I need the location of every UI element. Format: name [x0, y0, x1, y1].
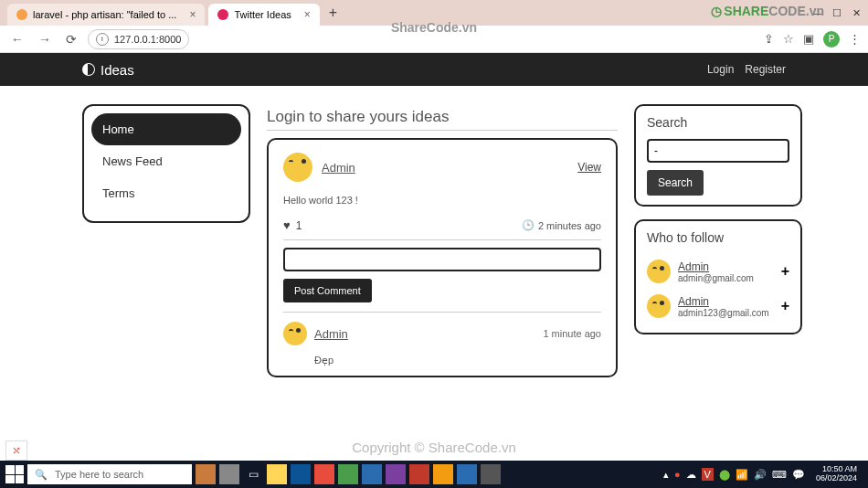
post-meta: ♥ 1 🕒 2 minutes ago	[283, 218, 601, 240]
tray-icon[interactable]: ●	[674, 469, 681, 480]
search-title: Search	[647, 115, 789, 130]
taskbar-search[interactable]: 🔍 Type here to search	[27, 464, 192, 484]
watermark-logo: ◷ SHARECODE.vn	[711, 4, 824, 18]
browser-toolbar: ← → ⟳ i 127.0.0.1:8000 ⇪ ☆ ▣ P ⋮	[0, 26, 868, 53]
comment-input[interactable]	[283, 248, 601, 271]
tray-icon[interactable]: ▴	[663, 469, 669, 481]
info-icon: i	[96, 33, 109, 46]
post-card: Admin View Hello world 123 ! ♥ 1 🕒 2 min…	[267, 138, 618, 377]
new-tab-button[interactable]: +	[329, 5, 337, 21]
back-button[interactable]: ←	[7, 30, 27, 48]
taskbar-app-icon[interactable]	[409, 464, 429, 484]
post-content: Hello world 123 !	[283, 195, 601, 206]
sidebar: Home News Feed Terms	[82, 104, 250, 223]
avatar	[647, 294, 671, 318]
brand[interactable]: Ideas	[82, 62, 134, 78]
brand-icon	[82, 63, 95, 76]
avatar	[283, 322, 307, 345]
tab-title: laravel - php artisan: "failed to ...	[33, 9, 176, 20]
watermark-logo-grey: CODE.vn	[768, 4, 824, 18]
taskbar-app-icon[interactable]	[362, 464, 382, 484]
page-body: Home News Feed Terms Login to share your…	[0, 86, 868, 396]
watermark-bottom: Copyright © ShareCode.vn	[352, 440, 515, 455]
view-link[interactable]: View	[577, 161, 601, 174]
main-column: Login to share yours ideas Admin View He…	[267, 104, 618, 377]
system-tray: ▴ ● ☁ V ⬤ 📶 🔊 ⌨ 💬 10:50 AM 06/02/2024	[663, 465, 863, 483]
sidebar-item-terms[interactable]: Terms	[91, 177, 241, 209]
register-link[interactable]: Register	[745, 63, 786, 76]
heart-icon[interactable]: ♥	[283, 218, 291, 232]
post-timestamp: 2 minutes ago	[538, 220, 601, 231]
follow-add-button[interactable]: +	[781, 263, 789, 280]
tab-favicon	[16, 9, 27, 20]
post-comment-button[interactable]: Post Comment	[283, 279, 372, 302]
notifications-icon[interactable]: 💬	[792, 469, 805, 481]
avatar	[283, 153, 312, 182]
taskbar: 🔍 Type here to search ▭ ▴ ● ☁ V ⬤ 📶 🔊 ⌨ …	[0, 461, 868, 488]
search-button[interactable]: Search	[647, 170, 704, 196]
tab-title: Twitter Ideas	[234, 9, 291, 20]
tray-icon[interactable]: ⬤	[719, 469, 730, 481]
search-widget: Search Search	[634, 104, 802, 207]
comment-timestamp: 1 minute ago	[543, 328, 601, 339]
taskbar-app-icon[interactable]	[433, 464, 453, 484]
forward-button[interactable]: →	[35, 30, 55, 48]
start-button[interactable]	[5, 465, 24, 483]
comment-author-link[interactable]: Admin	[314, 327, 348, 341]
comment-body: Đẹp	[314, 355, 601, 366]
page-title: Login to share yours ideas	[267, 104, 618, 131]
taskbar-app-icon[interactable]	[267, 464, 287, 484]
tab-favicon	[217, 9, 228, 20]
wifi-icon[interactable]: 📶	[736, 469, 748, 481]
search-input[interactable]	[647, 139, 789, 163]
reload-button[interactable]: ⟳	[62, 30, 80, 48]
taskbar-app-icon[interactable]	[219, 464, 239, 484]
close-icon[interactable]: ×	[189, 8, 196, 21]
tray-icon[interactable]: ☁	[686, 469, 696, 481]
tray-icon[interactable]: V	[702, 468, 714, 481]
laravel-badge[interactable]: ⤯	[5, 440, 27, 461]
taskbar-app-icon[interactable]	[338, 464, 358, 484]
maximize-button[interactable]: ☐	[832, 7, 842, 19]
browser-tab-1[interactable]: Twitter Ideas ×	[208, 4, 319, 26]
follow-name-link[interactable]: Admin	[678, 295, 769, 308]
follow-name-link[interactable]: Admin	[678, 260, 754, 273]
taskbar-app-icon[interactable]	[196, 464, 216, 484]
sidebar-item-news-feed[interactable]: News Feed	[91, 145, 241, 177]
language-icon[interactable]: ⌨	[772, 469, 787, 481]
follow-email: admin@gmail.com	[678, 273, 754, 283]
app-navbar: Ideas Login Register	[0, 53, 868, 86]
follow-add-button[interactable]: +	[781, 298, 789, 314]
avatar	[647, 260, 671, 283]
brand-text: Ideas	[101, 62, 134, 78]
follow-item: Admin admin123@gmail.com +	[647, 289, 789, 324]
taskbar-search-placeholder: Type here to search	[55, 469, 143, 480]
taskbar-app-icon[interactable]	[386, 464, 406, 484]
url-bar[interactable]: i 127.0.0.1:8000	[88, 29, 189, 49]
follow-email: admin123@gmail.com	[678, 308, 769, 318]
taskbar-clock[interactable]: 10:50 AM 06/02/2024	[810, 465, 863, 483]
volume-icon[interactable]: 🔊	[754, 469, 767, 481]
bookmark-icon[interactable]: ☆	[783, 32, 794, 46]
clock-icon: 🕒	[522, 219, 535, 231]
browser-tab-0[interactable]: laravel - php artisan: "failed to ... ×	[7, 4, 205, 26]
comment-section: Admin 1 minute ago Đẹp	[283, 312, 601, 366]
clock-date: 06/02/2024	[816, 474, 857, 483]
taskbar-app-icon[interactable]	[314, 464, 334, 484]
search-icon: 🔍	[35, 469, 48, 481]
menu-icon[interactable]: ⋮	[849, 32, 861, 46]
taskview-icon[interactable]: ▭	[243, 464, 263, 484]
taskbar-app-icon[interactable]	[291, 464, 311, 484]
extensions-icon[interactable]: ▣	[803, 32, 814, 46]
close-button[interactable]: ✕	[852, 7, 861, 19]
profile-button[interactable]: P	[823, 31, 840, 48]
sidebar-item-home[interactable]: Home	[91, 113, 241, 145]
post-author-link[interactable]: Admin	[322, 161, 355, 175]
right-column: Search Search Who to follow Admin admin@…	[634, 104, 802, 377]
share-icon[interactable]: ⇪	[764, 32, 774, 46]
close-icon[interactable]: ×	[304, 8, 311, 21]
taskbar-app-icon[interactable]	[457, 464, 477, 484]
url-text: 127.0.0.1:8000	[114, 34, 181, 45]
login-link[interactable]: Login	[707, 63, 734, 76]
taskbar-app-icon[interactable]	[481, 464, 501, 484]
